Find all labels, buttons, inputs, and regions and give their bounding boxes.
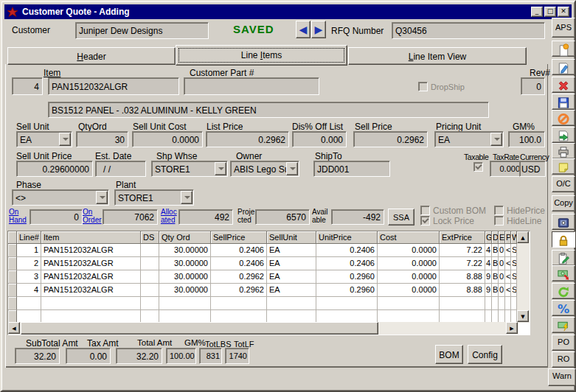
projected-field[interactable]: 6570 bbox=[255, 209, 310, 225]
sell-unit-label: Sell Unit bbox=[16, 122, 49, 132]
chevron-down-icon[interactable] bbox=[59, 133, 71, 146]
phase-combo[interactable]: <> bbox=[12, 189, 109, 206]
taxrate-field[interactable]: 0.000 bbox=[490, 161, 523, 177]
sell-unit-combo[interactable]: EA bbox=[16, 131, 72, 147]
edit-document-icon[interactable] bbox=[552, 59, 575, 75]
sell-unit-price-field[interactable]: 0.29600000 bbox=[16, 161, 93, 177]
chevron-down-icon[interactable] bbox=[96, 191, 108, 204]
owner-combo[interactable]: ABIS Lego Su bbox=[230, 161, 299, 177]
next-record-button[interactable]: ▶ bbox=[311, 21, 326, 38]
maximize-button[interactable]: □ bbox=[544, 7, 556, 17]
warn-button[interactable]: Warn bbox=[548, 368, 576, 386]
table-row[interactable] bbox=[8, 297, 530, 310]
totlf-field[interactable]: 1740 bbox=[225, 348, 249, 364]
safe-icon[interactable] bbox=[552, 214, 575, 230]
chevron-down-icon[interactable] bbox=[215, 162, 226, 175]
save-icon[interactable] bbox=[552, 94, 575, 110]
dropship-checkbox[interactable] bbox=[418, 82, 428, 91]
on-hand-link[interactable]: On Hand bbox=[9, 208, 31, 224]
gm-total-field[interactable]: 100.00 bbox=[166, 348, 196, 364]
customer-field[interactable]: Juniper Dew Designs bbox=[75, 22, 209, 39]
available-field[interactable]: -492 bbox=[331, 209, 384, 225]
gm-field[interactable]: 100.0 bbox=[508, 131, 545, 147]
on-order-link[interactable]: On Order bbox=[83, 208, 103, 224]
totlbs-field[interactable]: 831 bbox=[199, 348, 222, 364]
allocated-field[interactable]: 492 bbox=[178, 209, 233, 225]
description-field[interactable]: BS1512 PANEL - .032 ALUMINUM - KELLY GRE… bbox=[48, 102, 489, 118]
copy-button[interactable]: Copy bbox=[552, 195, 575, 211]
close-button[interactable]: ✕ bbox=[558, 7, 569, 17]
aps-button[interactable]: APS bbox=[552, 18, 575, 38]
table-vertical-scrollbar[interactable]: ▲ ▼ bbox=[517, 231, 530, 323]
scroll-down-icon[interactable]: ▼ bbox=[517, 310, 529, 322]
rfq-number-field[interactable]: Q30456 bbox=[392, 22, 545, 39]
clipboard-edit-icon[interactable] bbox=[552, 250, 575, 266]
pricing-unit-combo[interactable]: EA bbox=[434, 131, 504, 147]
est-date-field[interactable]: / / bbox=[95, 161, 146, 177]
scroll-right-icon[interactable]: ▶ bbox=[506, 322, 518, 334]
rev-field[interactable]: 0 bbox=[521, 77, 545, 95]
sell-price-field[interactable]: 0.2962 bbox=[353, 131, 428, 147]
tab-line-item-view[interactable]: Line Item View bbox=[348, 47, 527, 65]
total-amt-field[interactable]: 32.20 bbox=[116, 348, 162, 364]
shp-whse-combo[interactable]: STORE1 bbox=[151, 161, 228, 177]
new-document-icon[interactable] bbox=[552, 41, 575, 57]
lock-icon[interactable] bbox=[552, 231, 575, 248]
taxable-checkbox[interactable] bbox=[473, 162, 483, 172]
on-hand-field[interactable]: 0 bbox=[30, 209, 83, 225]
table-cell bbox=[316, 297, 378, 310]
item-line-no-field[interactable]: 4 bbox=[12, 77, 43, 95]
chevron-down-icon[interactable] bbox=[181, 191, 192, 204]
shipto-field[interactable]: JDD001 bbox=[313, 161, 390, 177]
chevron-down-icon[interactable] bbox=[490, 133, 502, 146]
refresh-icon[interactable] bbox=[552, 283, 575, 299]
prev-record-button[interactable]: ◀ bbox=[296, 21, 310, 38]
hide-line-checkbox[interactable] bbox=[494, 216, 504, 225]
tab-line-items[interactable]: Line Items bbox=[176, 45, 347, 66]
custom-bom-checkbox[interactable] bbox=[420, 206, 430, 215]
cash-out-icon[interactable] bbox=[552, 265, 575, 281]
table-cell: < bbox=[505, 284, 511, 297]
plant-combo[interactable]: STORE1 bbox=[114, 189, 194, 206]
percent-icon[interactable]: % bbox=[552, 300, 575, 316]
cash-flash-icon[interactable] bbox=[552, 317, 575, 333]
lock-price-checkbox[interactable] bbox=[420, 216, 430, 225]
ro-button[interactable]: RO bbox=[552, 351, 575, 368]
qty-ord-field[interactable]: 30 bbox=[76, 131, 128, 147]
bom-button[interactable]: BOM bbox=[435, 345, 463, 364]
window-title: Customer Quote - Adding bbox=[22, 7, 530, 17]
exit-icon[interactable] bbox=[552, 127, 575, 143]
ssa-button[interactable]: SSA bbox=[388, 209, 414, 225]
cancel-icon[interactable] bbox=[552, 110, 575, 126]
customer-part-field[interactable] bbox=[184, 77, 319, 95]
scroll-left-icon[interactable]: ◀ bbox=[8, 322, 20, 334]
scroll-up-icon[interactable]: ▲ bbox=[517, 231, 529, 243]
currency-field[interactable]: USD bbox=[519, 161, 546, 177]
table-row[interactable]: 3PAN1512032ALGR30.000000.2962EA0.29600.0… bbox=[8, 270, 530, 284]
hide-price-checkbox[interactable] bbox=[494, 206, 504, 215]
item-code-field[interactable]: PAN1512032ALGR bbox=[48, 77, 179, 95]
subtotal-field[interactable]: 32.20 bbox=[15, 348, 60, 364]
table-row[interactable]: 1PAN1512032ALGR30.000000.2406EA0.24060.0… bbox=[8, 244, 530, 257]
tax-amt-field[interactable]: 0.00 bbox=[66, 348, 111, 364]
table-row[interactable]: 2PAN1512032ALGR30.000000.2406EA0.24060.0… bbox=[8, 257, 530, 270]
note-icon[interactable] bbox=[552, 158, 575, 175]
table-horizontal-scrollbar[interactable]: ◀ ▶ bbox=[8, 322, 518, 335]
chevron-down-icon[interactable] bbox=[286, 162, 298, 175]
tab-header[interactable]: Header bbox=[7, 47, 176, 65]
config-button[interactable]: Config bbox=[468, 345, 502, 364]
customer-quote-window: Customer Quote - Adding _ □ ✕ Customer J… bbox=[0, 0, 576, 392]
dis-off-list-field[interactable]: 0.000 bbox=[292, 131, 347, 147]
list-price-field[interactable]: 0.2962 bbox=[206, 131, 289, 147]
table-row[interactable]: 4PAN1512032ALGR30.000000.2962EA0.29600.0… bbox=[8, 284, 530, 297]
oc-button[interactable]: O/C bbox=[552, 176, 575, 192]
po-button[interactable]: PO bbox=[552, 335, 575, 351]
table-cell: EA bbox=[267, 270, 316, 284]
table-cell: 4 bbox=[485, 257, 492, 270]
delete-icon[interactable] bbox=[552, 77, 575, 93]
minimize-button[interactable]: _ bbox=[531, 7, 543, 17]
sell-unit-cost-field[interactable]: 0.0000 bbox=[132, 131, 203, 147]
print-icon[interactable] bbox=[552, 143, 575, 159]
on-order-field[interactable]: 7062 bbox=[103, 209, 158, 225]
allocated-link[interactable]: Allocated bbox=[161, 208, 180, 224]
